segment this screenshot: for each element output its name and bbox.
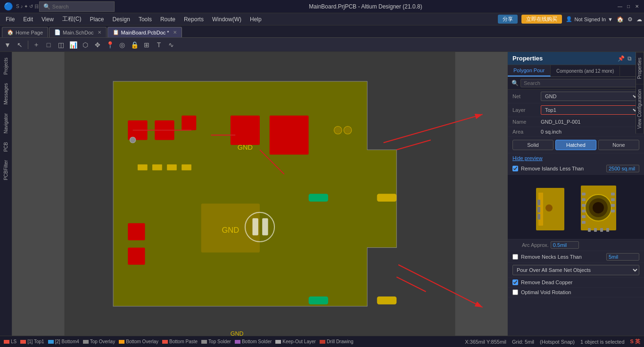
settings-icon[interactable]: ⚙ <box>627 16 633 23</box>
pin-button[interactable]: 📍 <box>104 39 116 51</box>
net-select[interactable]: GND <box>541 92 639 101</box>
text-button[interactable]: T <box>153 39 165 51</box>
hide-preview-link[interactable]: Hide preview <box>508 153 644 163</box>
svg-rect-46 <box>582 198 586 201</box>
close-button[interactable]: ✕ <box>634 3 640 10</box>
panel-pin-button[interactable]: 📌 <box>618 55 625 62</box>
home-icon[interactable]: 🏠 <box>617 16 624 23</box>
filter-button[interactable]: ▼ <box>2 39 13 51</box>
logo-area: 🔵 S ♪ ✦ ↺ 目 <box>4 2 39 11</box>
maximize-button[interactable]: □ <box>625 3 632 10</box>
svg-rect-57 <box>600 228 603 232</box>
legend-ls[interactable]: LS <box>4 339 17 344</box>
menu-window[interactable]: Window(W) <box>208 15 245 24</box>
canvas-area[interactable]: GND GND GND <box>12 52 507 336</box>
add-button[interactable]: ＋ <box>31 39 42 51</box>
cloud-icon[interactable]: ☁ <box>636 16 642 23</box>
svg-rect-52 <box>611 198 615 201</box>
svg-rect-49 <box>582 215 586 218</box>
share-button[interactable]: 分享 <box>498 15 518 24</box>
sidebar-item-projects[interactable]: Projects <box>1 54 10 78</box>
layer-select[interactable]: Top1 <box>541 105 639 115</box>
pcb-canvas: GND GND GND <box>12 52 507 336</box>
legend-topoverlay-color <box>83 340 89 344</box>
buy-button[interactable]: 立即在线购买 <box>521 15 562 24</box>
rvtab-view-config[interactable]: View Configuration <box>636 84 644 134</box>
cursor-button[interactable]: ↖ <box>14 39 25 51</box>
remove-islands-checkbox[interactable] <box>512 166 518 171</box>
legend-bottom4[interactable]: [2] Bottom4 <box>48 339 79 344</box>
legend-bottom4-label: [2] Bottom4 <box>55 339 79 344</box>
tab-polygon-pour[interactable]: Polygon Pour <box>508 65 551 76</box>
legend-ls-label: LS <box>11 339 17 344</box>
legend-topoverlay[interactable]: Top Overlay <box>83 339 115 344</box>
chart-button[interactable]: 📊 <box>67 39 79 51</box>
pour-over-select[interactable]: Pour Over All Same Net Objects Pour Over… <box>512 265 639 275</box>
arc-approx-value[interactable] <box>551 241 579 249</box>
legend-drill[interactable]: Drill Drawing <box>320 339 354 344</box>
tab-pcb[interactable]: 📋 MainBoard.PcbDoc * ✕ <box>107 27 182 37</box>
legend-bottom4-color <box>48 340 54 344</box>
tab-schematic[interactable]: 📄 Main.SchDoc ✕ <box>49 27 106 37</box>
polygon-button[interactable]: ⬡ <box>80 39 91 51</box>
lock-button[interactable]: 🔒 <box>129 39 140 51</box>
legend-top1[interactable]: [1] Top1 <box>20 339 44 344</box>
legend-bottomoverlay[interactable]: Bottom Overlay <box>119 339 158 344</box>
tab-pcb-close[interactable]: ✕ <box>173 30 177 35</box>
shape-button[interactable]: ◫ <box>55 39 66 51</box>
fill-none-button[interactable]: None <box>598 140 639 150</box>
grid-button[interactable]: ⊞ <box>141 39 152 51</box>
circle-button[interactable]: ◎ <box>116 39 128 51</box>
rvtab-properties[interactable]: Properties <box>636 52 644 84</box>
menu-right-area: 分享 立即在线购买 👤 Not Signed In ▼ 🏠 ⚙ ☁ <box>498 15 642 24</box>
legend-bottompaste[interactable]: Bottom Paste <box>162 339 198 344</box>
remove-necks-value[interactable] <box>606 253 639 261</box>
title-search-input[interactable] <box>52 4 109 9</box>
sidebar-item-pcb[interactable]: PCB <box>1 138 10 156</box>
brand-logo: S 英 <box>630 338 640 345</box>
sidebar-item-navigator[interactable]: Navigator <box>1 110 10 137</box>
fill-solid-button[interactable]: Solid <box>512 140 553 150</box>
panel-title: Properties <box>512 55 543 62</box>
panel-float-button[interactable]: ⧉ <box>627 55 632 62</box>
menu-tools[interactable]: Tools <box>135 15 156 24</box>
tab-components[interactable]: Components (and 12 more) <box>551 66 620 76</box>
svg-rect-14 <box>309 194 328 202</box>
remove-islands-value[interactable] <box>606 165 639 172</box>
optimal-void-checkbox[interactable] <box>512 289 518 295</box>
svg-rect-7 <box>152 164 162 170</box>
menu-design[interactable]: Design <box>109 15 134 24</box>
wave-button[interactable]: ∿ <box>165 39 177 51</box>
menu-edit[interactable]: Edit <box>19 15 37 24</box>
rect-button[interactable]: □ <box>43 39 54 51</box>
legend-topsolder[interactable]: Top Solder <box>201 339 231 344</box>
menu-file[interactable]: File <box>2 15 18 24</box>
area-label: Area <box>512 129 541 135</box>
svg-rect-27 <box>252 218 258 235</box>
chevron-down-icon: ▼ <box>608 17 613 22</box>
remove-necks-checkbox[interactable] <box>512 254 518 260</box>
sidebar-item-messages[interactable]: Messages <box>1 79 10 109</box>
tab-schematic-close[interactable]: ✕ <box>98 30 101 35</box>
menu-route[interactable]: Route <box>157 15 179 24</box>
coords-display: X:365mil Y:855mil <box>465 339 506 345</box>
remove-dead-copper-checkbox[interactable] <box>512 279 518 285</box>
legend-bottomsolder[interactable]: Bottom Solder <box>235 339 272 344</box>
fill-hatched-button[interactable]: Hatched <box>555 140 596 150</box>
optimal-void-row: Optimal Void Rotation <box>508 288 644 297</box>
tab-homepage[interactable]: 🏠 Home Page <box>2 27 48 37</box>
minimize-button[interactable]: — <box>617 3 623 10</box>
title-search-bar[interactable]: 🔍 <box>39 1 115 12</box>
sidebar-item-pcbfilter[interactable]: PCBFilter <box>1 156 10 184</box>
menu-reports[interactable]: Reports <box>180 15 207 24</box>
menu-help[interactable]: Help <box>246 15 265 24</box>
menu-view[interactable]: View <box>38 15 58 24</box>
search-icon: 🔍 <box>43 3 50 10</box>
legend-keepout[interactable]: Keep-Out Layer <box>275 339 316 344</box>
prop-search-input[interactable] <box>520 79 640 87</box>
svg-rect-17 <box>377 296 396 305</box>
legend-keepout-color <box>275 340 281 344</box>
menu-project[interactable]: 工程(C) <box>58 14 85 24</box>
menu-place[interactable]: Place <box>86 15 108 24</box>
move-button[interactable]: ✥ <box>92 39 103 51</box>
